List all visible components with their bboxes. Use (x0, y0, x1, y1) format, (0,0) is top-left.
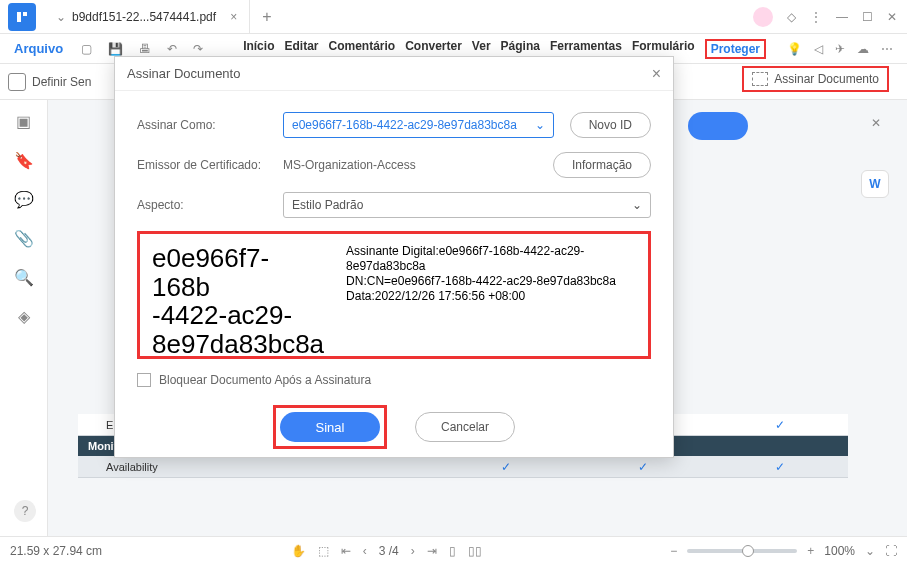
define-password-button[interactable]: Definir Sen (8, 73, 91, 91)
kebab-menu-icon[interactable]: ⋮ (810, 10, 822, 24)
layers-icon[interactable]: ◈ (18, 307, 30, 326)
last-page-icon[interactable]: ⇥ (427, 544, 437, 558)
attachments-icon[interactable]: 📎 (14, 229, 34, 248)
sign-document-toolbar-button[interactable]: Assinar Documento (742, 66, 889, 92)
lock-icon (8, 73, 26, 91)
bookmarks-icon[interactable]: 🔖 (14, 151, 34, 170)
aspect-label: Aspecto: (137, 198, 267, 212)
dialog-title: Assinar Documento (127, 66, 240, 81)
tab-title: b9ddf151-22...5474441.pdf (72, 10, 216, 24)
bulb-icon[interactable]: 💡 (787, 42, 802, 56)
share-icon[interactable]: ◁ (814, 42, 823, 56)
maximize-icon[interactable]: ☐ (862, 10, 873, 24)
aspect-dropdown[interactable]: Estilo Padrão ⌄ (283, 192, 651, 218)
chevron-down-icon: ⌄ (535, 118, 545, 132)
lock-label: Bloquear Documento Após a Assinatura (159, 373, 371, 387)
sign-document-label: Assinar Documento (774, 72, 879, 86)
save-icon[interactable]: 💾 (102, 42, 129, 56)
preview-dn: DN:CN=e0e966f7-168b-4422-ac29-8e97da83bc… (346, 274, 636, 289)
zoom-value: 100% (824, 544, 855, 558)
sign-icon (752, 72, 768, 86)
undo-icon[interactable]: ↶ (161, 42, 183, 56)
zoom-out-icon[interactable]: − (670, 544, 677, 558)
search-icon[interactable]: 🔍 (14, 268, 34, 287)
menu-arquivo[interactable]: Arquivo (6, 41, 71, 56)
thumbnails-icon[interactable]: ▣ (16, 112, 31, 131)
zoom-slider[interactable] (687, 549, 797, 553)
document-tab[interactable]: ⌄ b9ddf151-22...5474441.pdf × (44, 0, 250, 33)
more-icon[interactable]: ⋯ (881, 42, 893, 56)
dialog-close-icon[interactable]: × (652, 65, 661, 83)
sign-document-dialog: Assinar Documento × Assinar Como: e0e966… (114, 56, 674, 458)
panel-close-icon[interactable]: ✕ (871, 116, 881, 130)
hand-tool-icon[interactable]: ✋ (291, 544, 306, 558)
cancel-button[interactable]: Cancelar (415, 412, 515, 442)
word-export-icon[interactable]: W (861, 170, 889, 198)
chevron-down-icon: ⌄ (56, 10, 66, 24)
comments-icon[interactable]: 💬 (14, 190, 34, 209)
issuer-value: MS-Organization-Access (283, 158, 537, 172)
chevron-down-icon: ⌄ (632, 198, 642, 212)
sign-button-highlight: Sinal (273, 405, 387, 449)
certificate-dropdown[interactable]: e0e966f7-168b-4422-ac29-8e97da83bc8a ⌄ (283, 112, 554, 138)
prev-page-icon[interactable]: ‹ (363, 544, 367, 558)
zoom-in-icon[interactable]: + (807, 544, 814, 558)
new-tab-button[interactable]: + (250, 8, 283, 26)
svg-rect-2 (23, 12, 27, 16)
fullscreen-icon[interactable]: ⛶ (885, 544, 897, 558)
svg-rect-1 (17, 12, 21, 22)
single-page-icon[interactable]: ▯ (449, 544, 456, 558)
issuer-label: Emissor de Certificado: (137, 158, 267, 172)
preview-signer: Assinante Digital:e0e966f7-168b-4422-ac2… (346, 244, 636, 274)
close-icon[interactable]: ✕ (887, 10, 897, 24)
cloud-icon[interactable]: ☁ (857, 42, 869, 56)
preview-details: Assinante Digital:e0e966f7-168b-4422-ac2… (346, 244, 636, 346)
send-icon[interactable]: ✈ (835, 42, 845, 56)
help-icon[interactable]: ? (14, 500, 36, 522)
zoom-dropdown-icon[interactable]: ⌄ (865, 544, 875, 558)
sign-as-label: Assinar Como: (137, 118, 267, 132)
app-logo-icon (8, 3, 36, 31)
aspect-value: Estilo Padrão (292, 198, 363, 212)
select-tool-icon[interactable]: ⬚ (318, 544, 329, 558)
first-page-icon[interactable]: ⇤ (341, 544, 351, 558)
certificate-value: e0e966f7-168b-4422-ac29-8e97da83bc8a (292, 118, 517, 132)
preview-cert-id: e0e966f7-168b-4422-ac29-8e97da83bc8a (152, 244, 324, 346)
sign-button[interactable]: Sinal (280, 412, 380, 442)
tab-close-icon[interactable]: × (230, 10, 237, 24)
redo-icon[interactable]: ↷ (187, 42, 209, 56)
page-dimensions: 21.59 x 27.94 cm (10, 544, 102, 558)
two-page-icon[interactable]: ▯▯ (468, 544, 482, 558)
blue-pill (688, 112, 748, 140)
open-icon[interactable]: ▢ (75, 42, 98, 56)
preview-date: Data:2022/12/26 17:56:56 +08:00 (346, 289, 636, 304)
next-page-icon[interactable]: › (411, 544, 415, 558)
notification-icon[interactable]: ◇ (787, 10, 796, 24)
lock-checkbox[interactable] (137, 373, 151, 387)
new-id-button[interactable]: Novo ID (570, 112, 651, 138)
define-password-label: Definir Sen (32, 75, 91, 89)
print-icon[interactable]: 🖶 (133, 42, 157, 56)
page-indicator[interactable]: 3 /4 (379, 544, 399, 558)
info-button[interactable]: Informação (553, 152, 651, 178)
menu-proteger[interactable]: Proteger (705, 39, 766, 59)
minimize-icon[interactable]: ― (836, 10, 848, 24)
avatar-icon[interactable] (753, 7, 773, 27)
signature-preview: e0e966f7-168b-4422-ac29-8e97da83bc8a Ass… (137, 231, 651, 359)
